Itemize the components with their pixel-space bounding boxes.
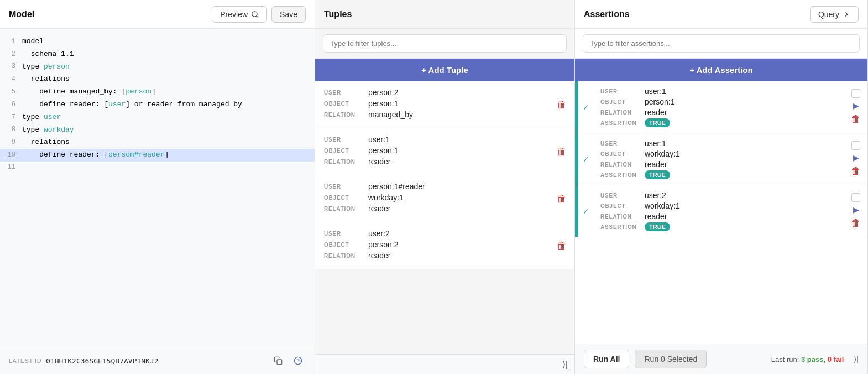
tuple-relation-field: RELATION reader xyxy=(324,157,566,166)
add-tuple-label: + Add Tuple xyxy=(421,65,468,75)
tuple-relation-field: RELATION reader xyxy=(324,204,566,213)
model-footer: Latest ID 01HH1K2C36SGE15QB7AVP1NKJ2 xyxy=(0,347,315,374)
copy-icon xyxy=(274,356,283,365)
assertion-item: ✓ USER user:1 OBJECT person:1 RELATION r… xyxy=(575,81,867,133)
code-line-2: 2 schema 1.1 xyxy=(0,48,315,61)
last-run-label: Last run: xyxy=(771,355,799,363)
code-line-10: 10 define reader: [person#reader] xyxy=(0,149,315,162)
add-tuple-button[interactable]: + Add Tuple xyxy=(315,59,574,81)
assertions-header: Assertions Query xyxy=(575,0,867,29)
assertion-body: USER user:1 OBJECT person:1 RELATION rea… xyxy=(594,81,844,133)
assertions-footer: Run All Run 0 Selected Last run: 3 pass,… xyxy=(575,344,867,374)
assertions-collapse-button[interactable]: ⟩| xyxy=(854,355,859,363)
chevron-right-icon xyxy=(843,11,850,18)
query-label: Query xyxy=(818,10,839,19)
latest-id-label: Latest ID xyxy=(9,357,41,364)
code-editor[interactable]: 1 model 2 schema 1.1 3 type person 4 rel… xyxy=(0,29,315,347)
assertions-search-bar xyxy=(575,29,867,59)
assertion-body: USER user:1 OBJECT workday:1 RELATION re… xyxy=(594,133,844,185)
assertion-item: ✓ USER user:1 OBJECT workday:1 RELATION … xyxy=(575,133,867,185)
tuple-item: USER person:1#reader OBJECT workday:1 RE… xyxy=(315,175,574,222)
add-assertion-label: + Add Assertion xyxy=(689,65,752,75)
code-line-8: 8 type workday xyxy=(0,124,315,137)
assertion-checkbox[interactable] xyxy=(851,193,860,202)
assertion-checkbox[interactable] xyxy=(851,141,860,150)
tuple-item: USER user:2 OBJECT person:2 RELATION rea… xyxy=(315,222,574,269)
tuples-list: USER person:2 OBJECT person:1 RELATION m… xyxy=(315,81,574,354)
help-icon xyxy=(294,356,302,365)
delete-tuple-button[interactable]: 🗑 xyxy=(557,146,567,158)
tuple-item: USER person:2 OBJECT person:1 RELATION m… xyxy=(315,81,574,128)
code-line-3: 3 type person xyxy=(0,61,315,74)
svg-rect-2 xyxy=(277,360,282,365)
model-title: Model xyxy=(9,9,34,19)
code-line-11: 11 xyxy=(0,162,315,173)
tuples-panel: Tuples + Add Tuple USER person:2 OBJECT … xyxy=(315,0,575,374)
assertions-panel: Assertions Query + Add Assertion ✓ USER … xyxy=(575,0,868,374)
help-button[interactable] xyxy=(290,353,306,368)
svg-point-0 xyxy=(252,11,257,16)
model-header: Model Preview Save xyxy=(0,0,315,29)
search-icon xyxy=(251,11,259,18)
tuple-object-field: OBJECT person:1 xyxy=(324,146,566,155)
delete-tuple-button[interactable]: 🗑 xyxy=(557,240,567,252)
fail-count: 0 fail xyxy=(828,355,844,363)
tuples-title: Tuples xyxy=(324,9,352,19)
add-assertion-button[interactable]: + Add Assertion xyxy=(575,59,867,81)
tuple-user-field: USER user:1 xyxy=(324,135,566,144)
tuple-relation-field: RELATION managed_by xyxy=(324,110,566,119)
tuples-footer: ⟩| xyxy=(315,354,574,374)
run-assertion-button[interactable]: ▶ xyxy=(853,153,859,162)
tuples-collapse-button[interactable]: ⟩| xyxy=(562,359,568,370)
tuple-user-field: USER user:2 xyxy=(324,229,566,238)
pass-count: 3 pass, xyxy=(801,355,825,363)
assertions-list: ✓ USER user:1 OBJECT person:1 RELATION r… xyxy=(575,81,867,344)
run-assertion-button[interactable]: ▶ xyxy=(853,205,859,214)
run-assertion-button[interactable]: ▶ xyxy=(853,101,859,110)
last-run-section: Last run: 3 pass, 0 fail xyxy=(771,355,844,363)
copy-id-button[interactable] xyxy=(270,353,286,368)
latest-id-value: 01HH1K2C36SGE15QB7AVP1NKJ2 xyxy=(46,357,159,365)
code-line-4: 4 relations xyxy=(0,73,315,86)
tuple-relation-field: RELATION reader xyxy=(324,251,566,260)
footer-actions xyxy=(270,353,306,368)
code-line-9: 9 relations xyxy=(0,136,315,149)
run-selected-label: Run 0 Selected xyxy=(644,355,697,363)
query-button[interactable]: Query xyxy=(810,6,859,23)
delete-tuple-button[interactable]: 🗑 xyxy=(557,193,567,205)
tuple-user-field: USER person:1#reader xyxy=(324,182,566,191)
tuple-object-field: OBJECT workday:1 xyxy=(324,193,566,202)
code-line-7: 7 type user xyxy=(0,111,315,124)
tuples-header: Tuples xyxy=(315,0,574,29)
preview-label: Preview xyxy=(220,10,248,19)
assertion-check-icon: ✓ xyxy=(578,81,594,133)
assertions-search-input[interactable] xyxy=(583,34,860,53)
delete-assertion-button[interactable]: 🗑 xyxy=(851,165,861,177)
preview-button[interactable]: Preview xyxy=(212,6,267,23)
run-selected-button[interactable]: Run 0 Selected xyxy=(635,350,707,368)
tuples-search-bar xyxy=(315,29,574,59)
assertion-body: USER user:2 OBJECT workday:1 RELATION re… xyxy=(594,185,844,237)
code-line-6: 6 define reader: [user] or reader from m… xyxy=(0,98,315,111)
assertion-actions: ▶ 🗑 xyxy=(844,185,867,237)
save-button[interactable]: Save xyxy=(271,6,306,23)
assertion-item: ✓ USER user:2 OBJECT workday:1 RELATION … xyxy=(575,185,867,237)
delete-assertion-button[interactable]: 🗑 xyxy=(851,113,861,125)
tuples-search-input[interactable] xyxy=(323,34,567,53)
assertions-title: Assertions xyxy=(584,9,630,19)
footer-id-section: Latest ID 01HH1K2C36SGE15QB7AVP1NKJ2 xyxy=(9,357,159,365)
delete-tuple-button[interactable]: 🗑 xyxy=(557,99,567,111)
assertion-check-icon: ✓ xyxy=(578,133,594,185)
model-panel: Model Preview Save 1 model 2 schema 1.1 xyxy=(0,0,315,374)
assertion-actions: ▶ 🗑 xyxy=(844,81,867,133)
delete-assertion-button[interactable]: 🗑 xyxy=(851,217,861,229)
svg-line-1 xyxy=(257,15,258,17)
code-line-1: 1 model xyxy=(0,35,315,48)
assertion-actions: ▶ 🗑 xyxy=(844,133,867,185)
model-toolbar: Preview Save xyxy=(212,6,306,23)
save-label: Save xyxy=(280,10,297,19)
run-all-button[interactable]: Run All xyxy=(584,350,629,368)
tuple-item: USER user:1 OBJECT person:1 RELATION rea… xyxy=(315,128,574,175)
assertion-checkbox[interactable] xyxy=(851,89,860,98)
code-line-5: 5 define managed_by: [person] xyxy=(0,86,315,98)
